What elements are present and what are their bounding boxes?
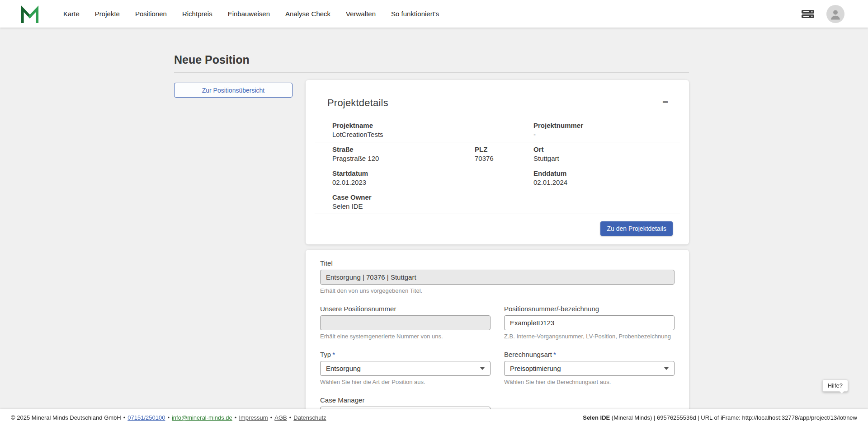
footer-left: © 2025 Mineral Minds Deutschland GmbH • … (11, 414, 326, 421)
position-form-grid: Unsere Positionsnummer Erhält eine syste… (320, 305, 675, 421)
field-value: LotCreationTests (332, 131, 533, 138)
titel-field: Titel Erhält den von uns vorgegebenen Ti… (320, 260, 675, 294)
field-label: PLZ (475, 145, 533, 153)
footer: © 2025 Mineral Minds Deutschland GmbH • … (0, 409, 868, 426)
nav-items: Karte Projekte Positionen Richtpreis Ein… (56, 0, 447, 28)
titel-input (320, 270, 675, 285)
unsere-positionsnummer-field: Unsere Positionsnummer Erhält eine syste… (320, 305, 491, 339)
project-details-actions: Zu den Projektdetails (306, 214, 689, 244)
help-button[interactable]: Hilfe? (822, 379, 848, 392)
field-enddatum: Enddatum 02.01.2024 (533, 169, 680, 186)
field-label: Case Owner (332, 193, 680, 201)
table-row: Case Owner Selen IDE (315, 190, 680, 214)
nav-item-analyse-check[interactable]: Analyse Check (278, 0, 338, 28)
footer-session-info: Selen IDE (Mineral Minds) | 69576255536d… (583, 414, 857, 421)
server-icon (801, 9, 815, 19)
project-details-table: Projektname LotCreationTests Projektnumm… (315, 118, 680, 214)
field-value: Pragstraße 120 (332, 154, 475, 162)
table-row: Straße Pragstraße 120 PLZ 70376 Ort Stut… (315, 142, 680, 166)
top-navigation-bar: Karte Projekte Positionen Richtpreis Ein… (0, 0, 868, 28)
nav-item-karte[interactable]: Karte (56, 0, 87, 28)
berechnungsart-help-text: Wählen Sie hier die Berechnungsart aus. (504, 379, 675, 385)
unsere-positionsnummer-label: Unsere Positionsnummer (320, 305, 491, 313)
collapse-button[interactable]: − (661, 97, 669, 107)
unsere-positionsnummer-input (320, 315, 491, 330)
titel-label: Titel (320, 260, 675, 267)
left-column: Zur Positionsübersicht (174, 80, 292, 98)
user-avatar[interactable] (826, 5, 844, 23)
required-marker: * (332, 351, 335, 358)
unsere-positionsnummer-help-text: Erhält eine systemgenerierte Nummer von … (320, 333, 491, 339)
title-divider (174, 72, 689, 73)
positionsnummer-help-text: Z.B. Interne-Vorgangsnummer, LV-Position… (504, 333, 675, 339)
field-ort: Ort Stuttgart (533, 145, 680, 162)
field-label: Ort (533, 145, 680, 153)
typ-label: Typ* (320, 351, 491, 358)
case-manager-label: Case Manager (320, 397, 491, 404)
nav-item-positionen[interactable]: Positionen (127, 0, 175, 28)
nav-item-projekte[interactable]: Projekte (87, 0, 127, 28)
separator: • (289, 414, 292, 421)
right-column: Projektdetails − Projektname LotCreation… (306, 80, 689, 426)
field-label: Enddatum (533, 169, 680, 177)
chevron-down-icon (664, 367, 669, 370)
field-label: Straße (332, 145, 475, 153)
typ-select[interactable]: Entsorgung (320, 361, 491, 376)
user-icon (829, 5, 842, 23)
positionsnummer-label: Positionsnummer/-bezeichnung (504, 305, 675, 313)
field-projektnummer: Projektnummer - (533, 122, 680, 138)
field-value: Stuttgart (533, 154, 680, 162)
position-form-card: Titel Erhält den von uns vorgegebenen Ti… (306, 250, 689, 426)
nav-item-so-funktionierts[interactable]: So funktioniert's (383, 0, 447, 28)
field-projektname: Projektname LotCreationTests (332, 122, 533, 138)
nav-item-richtpreis[interactable]: Richtpreis (175, 0, 220, 28)
agb-link[interactable]: AGB (274, 414, 287, 421)
server-button[interactable] (801, 9, 815, 19)
help-button-label: Hilfe? (828, 382, 843, 389)
impressum-link[interactable]: Impressum (239, 414, 268, 421)
field-case-owner: Case Owner Selen IDE (332, 193, 680, 210)
nav-item-verwalten[interactable]: Verwalten (338, 0, 383, 28)
typ-label-text: Typ (320, 351, 331, 358)
titel-help-text: Erhält den von uns vorgegebenen Titel. (320, 288, 675, 294)
field-label: Projektnummer (533, 122, 680, 129)
phone-link[interactable]: 07151/250100 (127, 414, 165, 421)
berechnungsart-field: Berechnungsart* Preisoptimierung Wählen … (504, 351, 675, 385)
field-label: Projektname (332, 122, 533, 129)
table-row: Projektname LotCreationTests Projektnumm… (315, 118, 680, 142)
typ-select-value: Entsorgung (326, 365, 361, 372)
datenschutz-link[interactable]: Datenschutz (293, 414, 326, 421)
field-label: Startdatum (332, 169, 533, 177)
copyright-text: © 2025 Mineral Minds Deutschland GmbH (11, 414, 121, 421)
typ-field: Typ* Entsorgung Wählen Sie hier die Art … (320, 351, 491, 385)
field-value: - (533, 131, 680, 138)
go-to-project-details-button[interactable]: Zu den Projektdetails (600, 221, 673, 236)
session-user: Selen IDE (583, 414, 610, 421)
project-details-title: Projektdetails (327, 97, 388, 109)
page-title: Neue Position (174, 53, 689, 66)
main-content: Neue Position Zur Positionsübersicht Pro… (174, 28, 689, 426)
berechnungsart-label-text: Berechnungsart (504, 351, 552, 358)
separator: • (235, 414, 237, 421)
logo-icon (20, 5, 39, 23)
separator: • (270, 414, 273, 421)
positionsnummer-field: Positionsnummer/-bezeichnung Z.B. Intern… (504, 305, 675, 339)
positionsnummer-input[interactable] (504, 315, 675, 330)
session-details: (Mineral Minds) | 69576255536d | URL of … (610, 414, 857, 421)
layout-row: Zur Positionsübersicht Projektdetails − … (174, 80, 689, 426)
back-to-positions-button[interactable]: Zur Positionsübersicht (174, 83, 292, 98)
field-value: 02.01.2023 (332, 178, 533, 186)
berechnungsart-select[interactable]: Preisoptimierung (504, 361, 675, 376)
nav-item-einbauweisen[interactable]: Einbauweisen (220, 0, 278, 28)
separator: • (167, 414, 170, 421)
required-marker: * (553, 351, 556, 358)
project-details-header: Projektdetails − (306, 80, 689, 109)
chevron-down-icon (480, 367, 485, 370)
field-plz: PLZ 70376 (475, 145, 533, 162)
field-strasse: Straße Pragstraße 120 (332, 145, 475, 162)
field-value: 02.01.2024 (533, 178, 680, 186)
minus-icon: − (662, 96, 668, 108)
field-value: Selen IDE (332, 202, 680, 210)
mineral-minds-logo[interactable] (20, 5, 39, 23)
email-link[interactable]: info@mineral-minds.de (172, 414, 232, 421)
